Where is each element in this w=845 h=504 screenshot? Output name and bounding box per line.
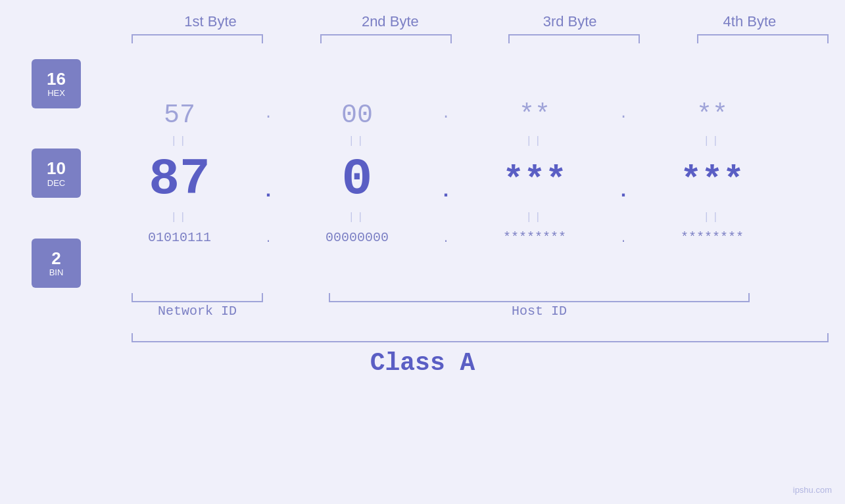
eq-row-1: || || || || (101, 135, 845, 147)
dec-val-1: 87 (101, 147, 258, 212)
bin-val-2: 00000000 (278, 223, 436, 254)
bin-dot-2: . (436, 233, 456, 245)
main-container: 1st Byte 2nd Byte 3rd Byte 4th Byte 16 H… (0, 0, 845, 504)
hex-dot-2: . (436, 106, 456, 122)
byte-header-4: 4th Byte (671, 13, 829, 30)
hex-val-4: ** (633, 93, 791, 135)
bracket-3 (508, 34, 640, 43)
bracket-4 (697, 34, 829, 43)
eq2-3: || (456, 212, 614, 223)
eq-2: || (278, 135, 436, 147)
host-bracket (329, 293, 750, 302)
hex-val-3: ** (456, 93, 614, 135)
bracket-2 (320, 34, 452, 43)
dec-val-2: 0 (278, 147, 436, 212)
hex-row: 57 . 00 . ** . ** (101, 93, 845, 135)
eq-3: || (456, 135, 614, 147)
bin-val-3: ******** (456, 223, 614, 254)
host-id-label: Host ID (329, 304, 750, 319)
eq-4: || (633, 135, 791, 147)
class-a-label: Class A (0, 349, 845, 377)
dec-dot-3: . (614, 180, 633, 212)
bin-val-1: 01010111 (101, 223, 258, 254)
eq2-2: || (278, 212, 436, 223)
dec-dot-1: . (258, 180, 278, 212)
eq-row-2: || || || || (101, 212, 845, 223)
hex-val-1: 57 (101, 93, 258, 135)
byte-header-2: 2nd Byte (311, 13, 469, 30)
hex-dot-3: . (614, 106, 633, 122)
dec-row: 87 . 0 . *** . *** (101, 147, 845, 212)
bin-dot-1: . (258, 233, 278, 245)
bin-val-4: ******** (633, 223, 791, 254)
dec-val-4: *** (633, 150, 791, 212)
hex-dot-1: . (258, 106, 278, 122)
bin-dot-3: . (614, 233, 633, 245)
bin-badge: 2 BIN (32, 239, 81, 288)
bin-row: 01010111 . 00000000 . ******** . *******… (101, 223, 845, 254)
network-bracket (132, 293, 263, 302)
labels-column: 16 HEX 10 DEC 2 BIN (0, 55, 81, 292)
network-id-label: Network ID (132, 304, 263, 319)
eq2-1: || (101, 212, 258, 223)
bracket-1 (132, 34, 263, 43)
hex-badge: 16 HEX (32, 59, 81, 108)
watermark: ipshu.com (793, 485, 832, 495)
dec-badge: 10 DEC (32, 149, 81, 198)
eq2-4: || (633, 212, 791, 223)
byte-header-3: 3rd Byte (491, 13, 649, 30)
dec-dot-2: . (436, 180, 456, 212)
dec-val-3: *** (456, 150, 614, 212)
hex-val-2: 00 (278, 93, 436, 135)
byte-header-1: 1st Byte (132, 13, 289, 30)
class-bracket (132, 333, 829, 342)
eq-1: || (101, 135, 258, 147)
